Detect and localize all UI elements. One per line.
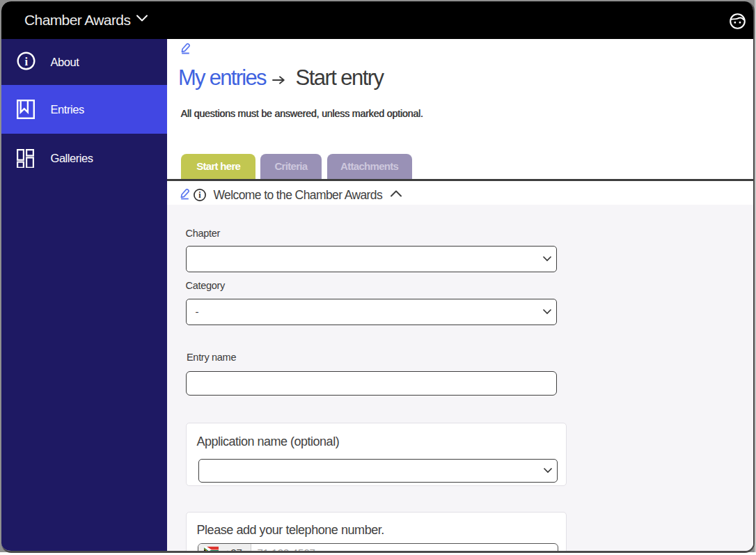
- svg-text:i: i: [198, 190, 201, 200]
- svg-text:i: i: [24, 55, 28, 68]
